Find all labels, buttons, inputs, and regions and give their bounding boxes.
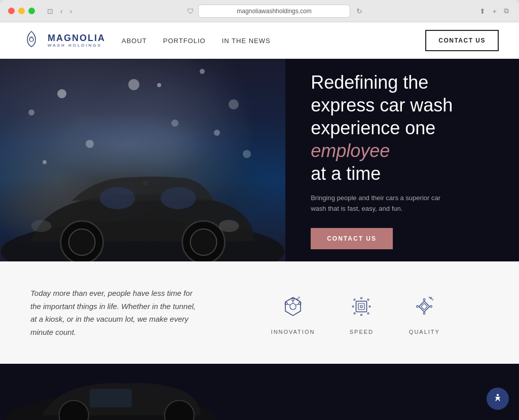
svg-point-3 <box>69 229 95 255</box>
quality-icon <box>412 294 436 319</box>
innovation-icon <box>281 294 305 319</box>
hero-title-line3: experience one <box>311 118 435 138</box>
hero-title-line2: express car wash <box>311 95 453 116</box>
innovation-label: INNOVATION <box>271 329 315 335</box>
svg-point-46 <box>497 394 499 396</box>
hero-title: Redefining the express car wash experien… <box>311 71 494 185</box>
hero-title-line1: Redefining the <box>311 72 428 93</box>
hero-image <box>0 59 285 261</box>
maximize-dot[interactable] <box>28 8 35 14</box>
svg-point-7 <box>100 187 135 209</box>
hero-contact-button[interactable]: CONTACT US <box>311 228 393 249</box>
hero-subtitle: Bringing people and their cars a superio… <box>311 193 453 214</box>
close-dot[interactable] <box>8 8 15 14</box>
svg-point-29 <box>354 313 355 314</box>
url-bar[interactable]: magnoliawashholdings.com <box>198 5 350 18</box>
svg-rect-21 <box>358 303 364 310</box>
browser-titlebar: ⊡ ‹ › 🛡 magnoliawashholdings.com ↻ ⬆ + ⧉ <box>0 0 519 22</box>
svg-point-22 <box>360 306 363 308</box>
tabs-button[interactable]: ⧉ <box>502 6 511 16</box>
hero-content: Redefining the express car wash experien… <box>285 59 519 261</box>
reload-button[interactable]: ↻ <box>354 6 364 16</box>
browser-window: ⊡ ‹ › 🛡 magnoliawashholdings.com ↻ ⬆ + ⧉ <box>0 0 519 420</box>
svg-line-17 <box>296 304 299 305</box>
website-content: MAGNOLIA WASH HOLDINGS ABOUT PORTFOLIO I… <box>0 22 519 420</box>
svg-marker-10 <box>285 297 301 316</box>
svg-point-0 <box>29 37 33 42</box>
svg-point-6 <box>161 187 196 209</box>
svg-rect-31 <box>419 301 430 312</box>
features-paragraph: Today more than ever, people have less t… <box>30 287 203 338</box>
forward-button[interactable]: › <box>68 6 75 16</box>
bottom-image-strip <box>0 364 519 420</box>
minimize-dot[interactable] <box>18 8 25 14</box>
svg-point-39 <box>429 297 430 298</box>
svg-point-33 <box>424 299 426 301</box>
back-button[interactable]: ‹ <box>58 6 65 16</box>
quality-label: QUALITY <box>409 329 440 335</box>
feature-quality: QUALITY <box>408 290 440 335</box>
browser-address-bar: 🛡 magnoliawashholdings.com ↻ <box>80 5 471 18</box>
svg-point-25 <box>369 306 370 308</box>
accessibility-button[interactable] <box>487 388 509 410</box>
browser-action-buttons: ⬆ + ⧉ <box>477 6 511 16</box>
browser-controls: ⊡ ‹ › <box>45 6 74 16</box>
features-icons: INNOVATION <box>223 290 489 335</box>
car-svg <box>0 150 285 261</box>
svg-point-35 <box>430 306 432 308</box>
svg-point-28 <box>367 299 369 300</box>
nav-about[interactable]: ABOUT <box>122 37 147 45</box>
svg-point-26 <box>361 314 362 316</box>
svg-point-5 <box>191 229 217 255</box>
svg-line-16 <box>287 304 290 305</box>
browser-dots <box>8 8 35 14</box>
svg-rect-44 <box>90 389 132 407</box>
svg-point-12 <box>292 298 294 301</box>
svg-point-8 <box>219 220 239 232</box>
new-tab-button[interactable]: + <box>491 6 499 16</box>
hero-title-line4: at a time <box>311 163 381 184</box>
svg-point-36 <box>424 313 426 315</box>
share-button[interactable]: ⬆ <box>477 6 488 16</box>
svg-point-27 <box>354 299 355 300</box>
svg-point-11 <box>290 303 296 310</box>
nav-contact-button[interactable]: CONTACT US <box>425 30 499 51</box>
innovation-icon-wrapper <box>277 290 309 323</box>
speed-icon-wrapper <box>345 290 378 323</box>
nav-in-the-news[interactable]: IN THE NEWS <box>222 37 271 45</box>
hero-title-accent: employee <box>311 140 390 161</box>
feature-innovation: INNOVATION <box>271 290 315 335</box>
svg-rect-32 <box>421 303 428 310</box>
svg-rect-20 <box>356 301 367 312</box>
svg-point-30 <box>367 313 369 314</box>
svg-point-37 <box>430 297 432 299</box>
speed-label: SPEED <box>350 329 374 335</box>
svg-point-19 <box>299 297 300 298</box>
hero-section: Redefining the express car wash experien… <box>0 59 519 261</box>
security-icon: 🛡 <box>187 7 194 15</box>
quality-icon-wrapper <box>408 290 440 323</box>
nav-portfolio[interactable]: PORTFOLIO <box>163 37 206 45</box>
svg-point-23 <box>361 297 362 299</box>
svg-point-38 <box>432 299 433 300</box>
speed-icon <box>349 294 374 319</box>
logo-brand: MAGNOLIA <box>48 33 105 43</box>
logo-icon <box>20 29 43 52</box>
features-description: Today more than ever, people have less t… <box>30 287 203 338</box>
navbar: MAGNOLIA WASH HOLDINGS ABOUT PORTFOLIO I… <box>0 22 519 59</box>
svg-point-24 <box>352 306 354 308</box>
window-toggle-button[interactable]: ⊡ <box>45 6 55 16</box>
nav-links: ABOUT PORTFOLIO IN THE NEWS <box>122 36 271 45</box>
svg-point-34 <box>417 306 419 308</box>
logo-subtitle: WASH HOLDINGS <box>48 44 105 48</box>
logo-link[interactable]: MAGNOLIA WASH HOLDINGS <box>20 29 105 52</box>
features-section: Today more than ever, people have less t… <box>0 261 519 364</box>
logo-text: MAGNOLIA WASH HOLDINGS <box>48 33 105 48</box>
car-wash-scene <box>0 59 285 261</box>
svg-point-18 <box>296 298 298 300</box>
bottom-car-image <box>0 364 519 420</box>
svg-point-9 <box>31 220 52 232</box>
feature-speed: SPEED <box>345 290 378 335</box>
